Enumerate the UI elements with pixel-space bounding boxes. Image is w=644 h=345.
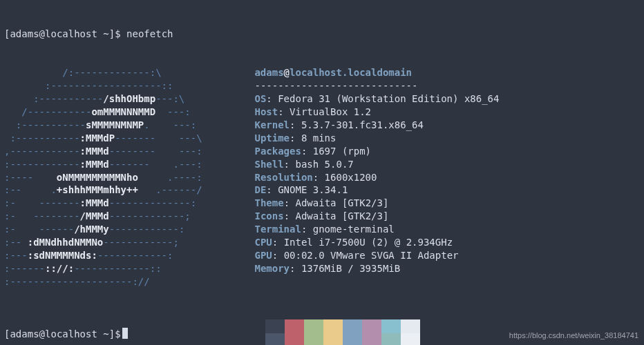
color-swatch-13 — [362, 333, 381, 345]
watermark: https://blog.csdn.net/weixin_38184741 — [509, 331, 638, 341]
command-text: neofetch — [126, 28, 173, 39]
info-row-12: GPU: 00:02.0 VMware SVGA II Adapter — [254, 250, 458, 261]
info-row-13: Memory: 1376MiB / 3935MiB — [254, 263, 400, 274]
dash-line: ---------------------------- — [254, 80, 417, 91]
info-row-1: Host: VirtualBox 1.2 — [254, 106, 371, 117]
prompt-user: adams — [10, 28, 39, 39]
prompt-line-2[interactable]: [adams@localhost ~]$ — [4, 328, 128, 341]
color-swatch-14 — [381, 333, 401, 345]
nf-row-5: :-----------:MMMdP------- ---\ Uptime: 8… — [4, 132, 640, 145]
info-row-6: Resolution: 1600x1200 — [254, 172, 377, 183]
color-swatch-6 — [381, 319, 401, 333]
nf-row-16: :---------------------:// — [4, 275, 640, 288]
nf-row-7: :------------:MMMd------- .---: Shell: b… — [4, 158, 640, 171]
color-swatch-12 — [343, 333, 362, 345]
nf-row-13: :-- :dMNdhhdNMMNo------------; CPU: Inte… — [4, 236, 640, 249]
info-row-8: Theme: Adwaita [GTK2/3] — [254, 197, 388, 208]
user-at-host: adams@localhost.localdomain — [254, 67, 412, 78]
info-row-5: Shell: bash 5.0.7 — [254, 159, 353, 170]
info-row-4: Packages: 1697 (rpm) — [254, 146, 371, 157]
color-swatches — [265, 319, 420, 345]
info-row-9: Icons: Adwaita [GTK2/3] — [254, 210, 388, 221]
nf-row-9: :-- .+shhhMMMmhhy++ .------/ DE: GNOME 3… — [4, 184, 640, 197]
info-row-11: CPU: Intel i7-7500U (2) @ 2.934GHz — [254, 237, 453, 248]
color-swatch-0 — [265, 319, 285, 333]
info-row-2: Kernel: 5.3.7-301.fc31.x86_64 — [254, 119, 423, 130]
prompt-line-1[interactable]: [adams@localhost ~]$ neofetch — [4, 28, 640, 41]
color-swatch-7 — [401, 319, 420, 333]
nf-row-15: :------:://:-------------:: Memory: 1376… — [4, 262, 640, 275]
nf-row-14: :---:sdNMMMMNds:------------: GPU: 00:02… — [4, 249, 640, 262]
nf-row-2: :-----------/shhOHbmp---:\ OS: Fedora 31… — [4, 92, 640, 106]
color-swatch-1 — [285, 319, 304, 333]
nf-row-6: ,------------:MMMd-------- ---: Packages… — [4, 145, 640, 158]
nf-row-12: :- ------/hMMMy------------: Terminal: g… — [4, 223, 640, 236]
nf-row-0: /:-------------:\ adams@localhost.locald… — [4, 66, 640, 79]
color-swatch-11 — [323, 333, 343, 345]
nf-row-4: :-----------sMMMMNMNMP. ---: Kernel: 5.3… — [4, 119, 640, 132]
color-swatch-3 — [323, 319, 343, 333]
info-row-3: Uptime: 8 mins — [254, 132, 336, 144]
color-swatch-15 — [401, 333, 420, 345]
cursor — [122, 328, 128, 339]
color-swatch-8 — [265, 333, 285, 345]
info-row-7: DE: GNOME 3.34.1 — [254, 184, 348, 195]
terminal-output: [adams@localhost ~]$ neofetch /:--------… — [0, 0, 644, 345]
nf-row-11: :- --------/MMMd-------------; Icons: Ad… — [4, 210, 640, 223]
color-swatch-4 — [343, 319, 362, 333]
color-swatch-10 — [304, 333, 323, 345]
info-row-0: OS: Fedora 31 (Workstation Edition) x86_… — [254, 93, 499, 104]
color-swatch-5 — [362, 319, 381, 333]
prompt-host: localhost — [45, 28, 97, 39]
prompt-path: ~ — [103, 28, 108, 39]
nf-row-1: :-------------------:: -----------------… — [4, 79, 640, 92]
nf-row-3: /-----------omMMMNNNMMD ---: Host: Virtu… — [4, 106, 640, 119]
info-row-10: Terminal: gnome-terminal — [254, 224, 394, 235]
nf-row-8: :---- oNMMMMMMMMMNho .----: Resolution: … — [4, 171, 640, 184]
nf-row-10: :- -------:MMMd--------------: Theme: Ad… — [4, 197, 640, 210]
color-swatch-2 — [304, 319, 323, 333]
color-swatch-9 — [285, 333, 304, 345]
